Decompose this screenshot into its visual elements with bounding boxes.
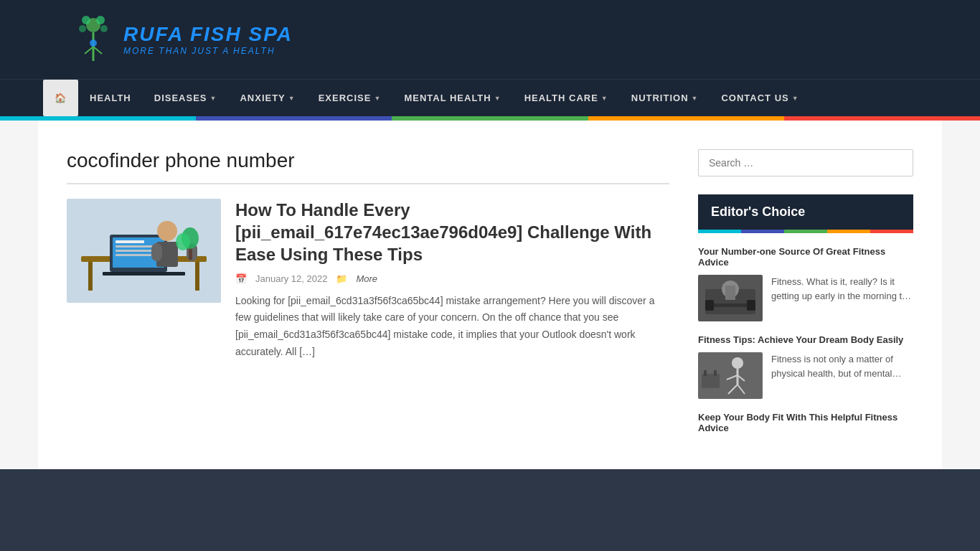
sidebar-article1-thumb [698,275,763,321]
chevron-down-icon: ▼ [792,95,799,102]
sidebar-article1-text: Fitness. What is it, really? Is it getti… [771,275,913,303]
svg-point-1 [82,16,90,24]
svg-rect-12 [195,262,199,291]
article-thumbnail [67,199,221,303]
page-title: cocofinder phone number [67,149,669,184]
svg-rect-18 [116,254,151,256]
chevron-down-icon: ▼ [601,95,608,102]
article-card: How To Handle Every [pii_email_617e74ec1… [67,199,669,361]
article-excerpt: Looking for [pii_email_6cd31a3f56f3ca65b… [235,293,669,361]
chevron-down-icon: ▼ [494,95,501,102]
nav-item-anxiety[interactable]: ANXIETY ▼ [228,80,306,116]
main-content: cocofinder phone number [67,149,669,441]
logo-text: RUFA FISH SPA MORE THAN JUST A HEALTH [123,23,293,56]
svg-rect-22 [151,243,162,261]
chevron-down-icon: ▼ [210,95,217,102]
nav-item-health-care[interactable]: HEALTH CARE ▼ [513,80,620,116]
nav-item-diseases[interactable]: DISEASES ▼ [143,80,229,116]
svg-line-7 [93,47,102,54]
sidebar-section-title-3: Keep Your Body Fit With This Helpful Fit… [698,412,913,433]
svg-rect-32 [705,300,714,311]
svg-rect-11 [88,262,93,291]
svg-rect-31 [709,303,752,307]
sidebar-article2-text: Fitness is not only a matter of physical… [771,352,913,380]
svg-rect-17 [116,250,155,252]
article-title: How To Handle Every [pii_email_617e74ec1… [235,199,669,266]
nav-home[interactable]: 🏠 [43,80,78,116]
site-name: RUFA FISH SPA [123,23,293,46]
article-thumbnail-image [67,199,221,303]
svg-rect-15 [116,240,144,243]
svg-rect-42 [704,370,707,376]
svg-rect-30 [725,286,735,300]
article-category[interactable]: More [356,273,377,284]
main-wrapper: cocofinder phone number [0,121,980,469]
sidebar-section-title-1: Your Number-one Source Of Great Fitness … [698,246,913,268]
nav-item-nutrition[interactable]: NUTRITION ▼ [620,80,710,116]
content-area: cocofinder phone number [38,121,942,469]
svg-line-6 [85,47,93,54]
nav-item-health[interactable]: HEALTH [78,80,143,116]
sidebar-section-title-2: Fitness Tips: Achieve Your Dream Body Ea… [698,334,913,345]
svg-point-2 [96,16,105,24]
color-bar [0,116,980,121]
main-nav: 🏠 HEALTH DISEASES ▼ ANXIETY ▼ EXERCISE ▼… [0,79,980,116]
svg-point-4 [100,25,108,32]
sidebar-article3-title: Keep Your Body Fit With This Helpful Fit… [698,412,913,433]
logo-icon [72,14,115,65]
sidebar: Editor's Choice Your Number-one Source O… [698,149,913,441]
sidebar-article1-excerpt: Fitness. What is it, really? Is it getti… [771,275,913,303]
nav-item-mental-health[interactable]: MENTAL HEALTH ▼ [392,80,512,116]
sidebar-article2-thumb [698,352,763,399]
article-title-link[interactable]: How To Handle Every [pii_email_617e74ec1… [235,200,651,264]
svg-rect-43 [714,370,717,376]
svg-rect-33 [747,300,755,311]
search-input[interactable] [698,149,913,176]
chevron-down-icon: ▼ [692,95,699,102]
site-tagline: MORE THAN JUST A HEALTH [123,46,293,56]
svg-point-8 [90,39,97,47]
svg-point-26 [176,233,190,250]
editors-choice-section: Editor's Choice Your Number-one Source O… [698,194,913,433]
logo-area: RUFA FISH SPA MORE THAN JUST A HEALTH [72,14,293,65]
search-box [698,149,913,176]
editors-choice-header: Editor's Choice [698,194,913,230]
article-body: How To Handle Every [pii_email_617e74ec1… [235,199,669,361]
article-meta: 📅 January 12, 2022 📁 More [235,273,669,284]
editors-choice-label: Editor's Choice [711,204,805,219]
svg-point-20 [157,221,177,241]
svg-point-35 [732,357,743,369]
sidebar-article2-title: Fitness Tips: Achieve Your Dream Body Ea… [698,334,913,345]
sidebar-article1-title: Your Number-one Source Of Great Fitness … [698,246,913,268]
chevron-down-icon: ▼ [288,95,296,102]
site-header: RUFA FISH SPA MORE THAN JUST A HEALTH [0,0,980,79]
editors-choice-color-bar [698,230,913,233]
svg-rect-19 [103,272,185,276]
article-date: January 12, 2022 [255,273,327,284]
svg-point-3 [79,25,86,32]
sidebar-article-1: Fitness. What is it, really? Is it getti… [698,275,913,321]
calendar-icon: 📅 [235,273,247,284]
sidebar-article-2: Fitness is not only a matter of physical… [698,352,913,399]
chevron-down-icon: ▼ [374,95,381,102]
nav-item-exercise[interactable]: EXERCISE ▼ [307,80,393,116]
nav-item-contact[interactable]: CONTACT US ▼ [710,80,810,116]
category-icon: 📁 [336,273,347,284]
sidebar-article2-excerpt: Fitness is not only a matter of physical… [771,352,913,380]
